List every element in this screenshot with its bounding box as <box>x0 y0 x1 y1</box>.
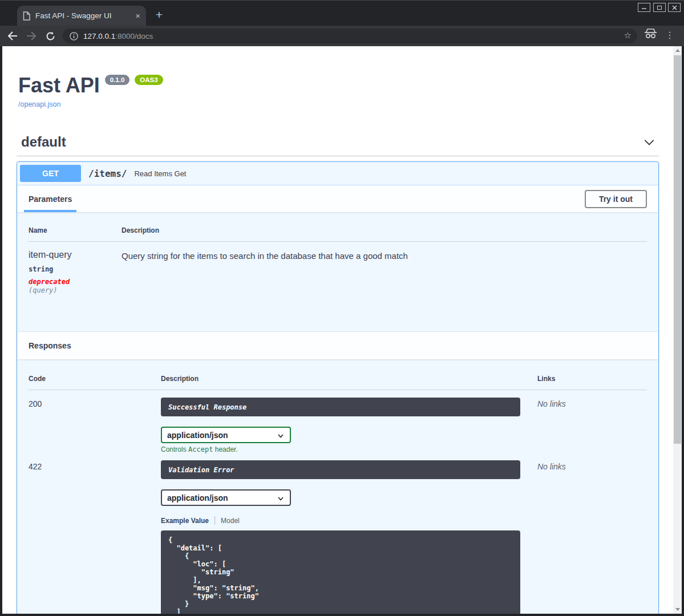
parameter-location: (query) <box>29 286 122 294</box>
page-viewport: Fast API 0.1.0 OAS3 /openapi.json defaul… <box>2 46 673 614</box>
responses-header: Responses <box>17 332 658 359</box>
operation-summary[interactable]: GET /items/ Read Items Get <box>17 162 658 185</box>
tag-name: default <box>21 134 66 150</box>
tab-title: Fast API - Swagger UI <box>35 11 130 20</box>
col-header-description: Description <box>161 375 537 390</box>
tab-strip: Fast API - Swagger UI × + <box>0 1 684 26</box>
select-chevron-icon <box>277 432 285 440</box>
api-title: Fast API <box>18 74 100 98</box>
minimize-icon <box>641 5 647 10</box>
url-text: 127.0.0.1:8000/docs <box>83 32 153 40</box>
close-icon <box>672 5 677 10</box>
response-links: No links <box>537 398 647 408</box>
browser-menu-button[interactable]: ⋮ <box>665 30 674 40</box>
browser-window: Fast API - Swagger UI × + <box>0 0 684 616</box>
responses-title: Responses <box>29 341 71 350</box>
url-host: 127.0.0.1 <box>83 32 115 40</box>
incognito-button[interactable] <box>643 28 658 42</box>
accept-note-prefix: Controls <box>161 445 188 453</box>
swagger-ui: Fast API 0.1.0 OAS3 /openapi.json defaul… <box>2 74 673 614</box>
response-row-422: 422 Validation Error application/json <box>29 453 647 614</box>
parameter-description: Query string for the items to search in … <box>122 250 647 294</box>
tab-divider <box>214 516 215 525</box>
response-code: 422 <box>29 460 161 471</box>
chevron-down-icon[interactable] <box>643 136 655 148</box>
openapi-spec-link[interactable]: /openapi.json <box>18 100 60 108</box>
tab-example-value[interactable]: Example Value <box>161 517 209 525</box>
response-row-200: 200 Successful Response application/json <box>29 390 647 453</box>
scrollbar-thumb[interactable] <box>674 55 681 444</box>
response-description-panel: Validation Error <box>161 460 520 479</box>
new-tab-button[interactable]: + <box>151 6 168 23</box>
parameter-name: item-query <box>29 250 122 260</box>
maximize-icon <box>657 6 662 10</box>
media-type-select-422[interactable]: application/json <box>161 489 291 506</box>
parameter-type: string <box>29 265 122 273</box>
page-scrollbar[interactable] <box>673 46 682 614</box>
up-triangle-icon <box>675 49 680 52</box>
col-header-description: Description <box>122 226 647 242</box>
accept-header-note: Controls Accept header. <box>161 445 537 453</box>
media-type-select-200[interactable]: application/json <box>161 427 291 443</box>
window-minimize-button[interactable] <box>638 3 650 12</box>
page-favicon-icon <box>23 11 30 21</box>
col-header-links: Links <box>537 375 647 390</box>
tag-section-header[interactable]: default <box>17 134 659 156</box>
responses-table-head: Code Description Links <box>29 375 647 390</box>
media-type-value: application/json <box>167 431 228 440</box>
url-path: :8000/docs <box>115 32 153 40</box>
http-method-badge: GET <box>20 165 81 182</box>
parameter-name-cell: item-query string deprecated (query) <box>29 250 122 294</box>
scrollbar-down-arrow[interactable] <box>673 605 682 614</box>
down-triangle-icon <box>675 608 680 611</box>
browser-tab[interactable]: Fast API - Swagger UI × <box>17 6 146 26</box>
parameter-row: item-query string deprecated (query) Que… <box>29 242 647 294</box>
try-it-out-button[interactable]: Try it out <box>585 190 647 208</box>
bookmark-star-icon[interactable]: ☆ <box>624 30 632 40</box>
tab-model[interactable]: Model <box>221 517 240 525</box>
url-bar[interactable]: 127.0.0.1:8000/docs ☆ <box>63 29 637 43</box>
example-json-code: { "detail": [ { "loc": [ "string" ], "ms… <box>168 536 513 614</box>
responses-table: Code Description Links 200 Successful Re… <box>17 359 658 614</box>
select-chevron-icon <box>277 495 285 502</box>
incognito-icon <box>643 28 658 39</box>
back-arrow-icon <box>7 31 18 40</box>
reload-button[interactable] <box>44 30 56 42</box>
media-type-value: application/json <box>167 493 228 502</box>
response-description-panel: Successful Response <box>161 398 520 416</box>
parameters-table: Name Description item-query string depre… <box>17 212 658 332</box>
parameters-table-head: Name Description <box>29 226 647 242</box>
accept-note-suffix: header. <box>213 445 237 453</box>
site-info-icon[interactable] <box>70 32 78 40</box>
api-title-row: Fast API 0.1.0 OAS3 <box>18 74 659 98</box>
operation-summary-text: Read Items Get <box>134 169 186 178</box>
tab-parameters[interactable]: Parameters <box>24 185 76 212</box>
version-badge: 0.1.0 <box>105 75 130 85</box>
parameter-deprecated-flag: deprecated <box>29 278 122 286</box>
window-close-button[interactable] <box>668 3 681 12</box>
oas3-badge: OAS3 <box>135 75 163 85</box>
forward-button[interactable] <box>25 30 38 42</box>
example-model-tabs: Example Value Model <box>161 516 537 525</box>
col-header-name: Name <box>29 226 122 242</box>
forward-arrow-icon <box>26 31 37 40</box>
back-button[interactable] <box>6 30 19 42</box>
window-maximize-button[interactable] <box>653 3 666 12</box>
scrollbar-up-arrow[interactable] <box>673 46 682 55</box>
api-info: Fast API 0.1.0 OAS3 /openapi.json <box>18 74 659 109</box>
parameters-header: Parameters Try it out <box>17 185 658 212</box>
example-json-panel[interactable]: { "detail": [ { "loc": [ "string" ], "ms… <box>161 530 520 614</box>
parameters-title: Parameters <box>29 194 72 204</box>
col-header-code: Code <box>29 375 161 390</box>
operation-path: /items/ <box>88 168 127 179</box>
accept-note-mono: Accept <box>188 445 213 453</box>
response-description-cell: Validation Error application/json Exampl… <box>161 460 537 614</box>
tab-close-icon[interactable]: × <box>135 11 140 21</box>
response-description-text: Successful Response <box>168 403 246 411</box>
reload-icon <box>46 31 55 41</box>
response-code: 200 <box>29 398 161 408</box>
response-links: No links <box>537 460 647 471</box>
response-description-cell: Successful Response application/json Con… <box>161 398 537 453</box>
response-description-text: Validation Error <box>168 466 234 474</box>
operation-block-get-items: GET /items/ Read Items Get Parameters Tr… <box>17 161 659 614</box>
